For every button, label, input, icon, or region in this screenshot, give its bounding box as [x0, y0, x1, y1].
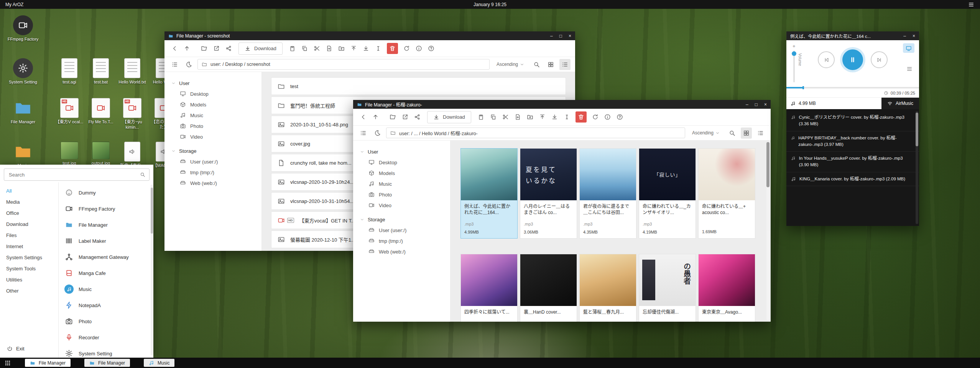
sidebar-section-storage[interactable]: Storage [164, 146, 261, 156]
scrollbar-thumb[interactable] [151, 188, 153, 234]
title-bar[interactable]: File Manager - screenshot – □ × [164, 31, 575, 40]
theme-toggle-button[interactable] [183, 59, 194, 70]
new-folder-button[interactable] [525, 111, 536, 123]
start-menu-app-manga-cafe[interactable]: Manga Cafe [59, 265, 153, 281]
title-bar[interactable]: 例えば、今此処に置かれた花に＿164 c... – × [786, 31, 919, 40]
progress-knob[interactable] [802, 86, 804, 89]
sidebar-item-music[interactable]: Music [353, 178, 450, 189]
desktop-file-test-bat[interactable]: test.bat [86, 58, 116, 85]
sidebar-item-photo[interactable]: Photo [353, 189, 450, 200]
close-button[interactable]: × [913, 33, 915, 39]
refresh-button[interactable] [401, 43, 412, 54]
grid-view-button[interactable] [545, 59, 556, 70]
start-menu-app-dummy[interactable]: Dummy [59, 185, 153, 201]
start-menu-app-ffmpeg-factory[interactable]: FFmpeg Factory [59, 201, 153, 217]
progress-bar[interactable] [786, 87, 919, 88]
start-menu-app-recorder[interactable]: Recorder [59, 329, 153, 345]
help-button[interactable] [426, 43, 437, 54]
share-button[interactable] [223, 43, 234, 54]
sidebar-item-web-drive[interactable]: Web (web:/) [164, 178, 261, 188]
sidebar-section-user[interactable]: User [353, 147, 450, 157]
category-other[interactable]: Other [0, 285, 58, 296]
sidebar-item-music[interactable]: Music [164, 110, 261, 121]
sidebar-item-web-drive[interactable]: Web (web:/) [353, 246, 450, 257]
sidebar-item-user-drive[interactable]: User (user:/) [353, 225, 450, 236]
category-media[interactable]: Media [0, 196, 58, 208]
file-row[interactable]: test [271, 77, 566, 95]
export-button[interactable] [360, 43, 372, 54]
file-grid-item[interactable]: 東京東京＿Avago... [698, 254, 755, 322]
desktop-icon-system-setting[interactable]: System Setting [5, 58, 41, 85]
playlist-item[interactable]: KING＿Kanaria cover. by 柘榴-zakuro-.mp3 (2… [786, 172, 919, 186]
file-grid-item[interactable]: の愚者 忘却優佳代傷湖... [639, 254, 696, 322]
sort-select[interactable]: Ascending [497, 62, 524, 67]
start-menu-app-notepada[interactable]: NotepadA [59, 297, 153, 313]
sidebar-item-video[interactable]: Video [353, 200, 450, 211]
taskbar-item-file-manager-1[interactable]: File Manager [25, 359, 71, 367]
delete-button[interactable] [387, 43, 398, 54]
back-button[interactable] [169, 43, 180, 54]
file-grid-item[interactable]: 裏＿HanD cover... [520, 254, 577, 322]
sidebar-item-video[interactable]: Video [164, 131, 261, 142]
cast-button[interactable] [903, 43, 914, 53]
sidebar-item-user-drive[interactable]: User (user:/) [164, 156, 261, 167]
up-button[interactable] [181, 43, 192, 54]
taskbar-item-file-manager-2[interactable]: File Manager [84, 359, 130, 367]
file-grid-item[interactable]: 君が夜の海に還るまで＿こんにちは谷田... .mp3 4.35MB [579, 148, 636, 239]
volume-handle[interactable] [792, 51, 796, 56]
desktop-image-output-jpg[interactable]: output.jpg [86, 142, 116, 166]
start-menu-app-music[interactable]: Music [59, 281, 153, 297]
desktop-video-file[interactable]: Fly Me To.T... [86, 98, 116, 125]
sidebar-section-user[interactable]: User [164, 78, 261, 88]
sidebar-item-desktop[interactable]: Desktop [164, 88, 261, 99]
sidebar-item-tmp-drive[interactable]: tmp (tmp:/) [353, 236, 450, 246]
next-track-button[interactable] [871, 51, 888, 68]
playlist-item[interactable]: In Your Hands＿yusukeP cover. by 柘榴-zakur… [786, 152, 919, 172]
rename-button[interactable] [561, 111, 572, 123]
search-box[interactable] [4, 168, 150, 181]
start-menu-app-label-maker[interactable]: Label Maker [59, 233, 153, 249]
airmusic-button[interactable]: AirMusic [881, 98, 919, 109]
close-button[interactable]: × [764, 102, 767, 107]
category-all[interactable]: All [0, 185, 58, 196]
file-grid-item[interactable]: 四季折々に揺蕩いて... [460, 254, 518, 322]
open-external-button[interactable] [211, 43, 222, 54]
minimize-button[interactable]: – [903, 33, 906, 39]
search-button[interactable] [727, 128, 738, 139]
pause-button[interactable] [842, 49, 863, 70]
desktop-icon-file-manager[interactable]: File Manager [5, 98, 41, 125]
properties-button[interactable] [413, 43, 424, 54]
copy-button[interactable] [488, 111, 499, 123]
playlist-toggle-button[interactable] [905, 65, 914, 73]
file-grid-item[interactable]: 命に嫌われている＿+ acoustic co... 1.69MB [698, 148, 755, 239]
copy-button[interactable] [299, 43, 310, 54]
category-utilities[interactable]: Utilities [0, 274, 58, 285]
scrollbar[interactable] [151, 185, 153, 355]
delete-button[interactable] [576, 111, 587, 123]
sidebar-item-models[interactable]: Models [353, 168, 450, 178]
volume-slider[interactable]: + [793, 43, 796, 82]
minimize-button[interactable]: – [550, 33, 553, 39]
cut-button[interactable] [500, 111, 511, 123]
app-launcher-button[interactable] [4, 359, 11, 366]
export-button[interactable] [549, 111, 560, 123]
grid-view-button[interactable] [741, 128, 752, 139]
sidebar-section-storage[interactable]: Storage [353, 214, 450, 225]
sidebar-item-photo[interactable]: Photo [164, 121, 261, 131]
menu-icon[interactable] [968, 1, 975, 8]
start-menu-app-photo[interactable]: Photo [59, 313, 153, 329]
properties-button[interactable] [602, 111, 613, 123]
search-button[interactable] [531, 59, 542, 70]
scrollbar-thumb[interactable] [916, 113, 918, 146]
volume-track[interactable] [793, 51, 795, 82]
share-button[interactable] [412, 111, 423, 123]
title-bar[interactable]: File Manager - 柘榴-zakuro- – □ × [353, 100, 771, 109]
up-button[interactable] [370, 111, 381, 123]
maximize-button[interactable]: □ [755, 102, 758, 107]
brand-label[interactable]: My ArOZ [5, 2, 23, 7]
sidebar-item-desktop[interactable]: Desktop [353, 157, 450, 168]
category-office[interactable]: Office [0, 208, 58, 219]
close-button[interactable]: × [569, 33, 571, 39]
category-download[interactable]: Download [0, 219, 58, 230]
help-button[interactable] [614, 111, 625, 123]
